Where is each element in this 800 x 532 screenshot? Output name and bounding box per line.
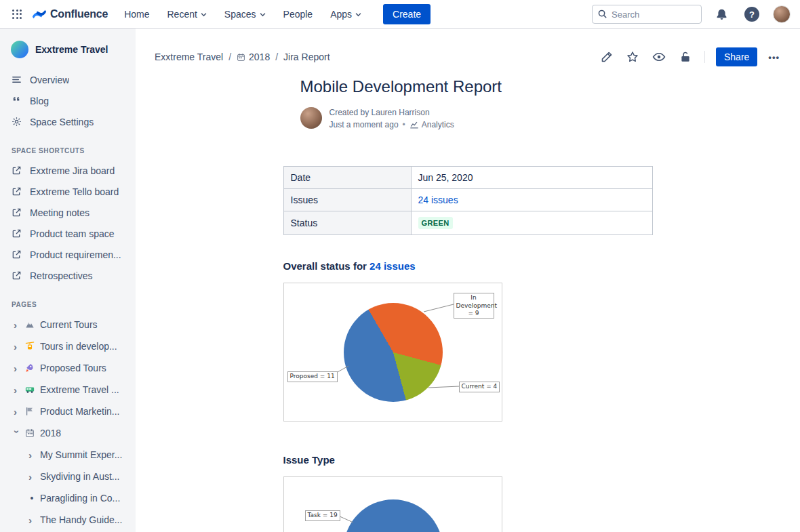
sidebar-page-my-summit-experience[interactable]: › My Summit Exper... [0, 444, 136, 466]
chevron-right-icon[interactable]: › [14, 320, 20, 330]
sidebar-page-exxtreme-travel[interactable]: › Exxtreme Travel ... [0, 379, 136, 401]
sidebar-page-skydiving-in-australia[interactable]: › Skydiving in Aust... [0, 466, 136, 487]
user-avatar[interactable] [773, 5, 791, 23]
chevron-down-icon[interactable]: › [12, 430, 22, 436]
issue-type-heading: Issue Type [283, 454, 653, 466]
issues-link[interactable]: 24 issues [369, 260, 416, 272]
external-link-icon [12, 207, 22, 218]
search-box [592, 5, 702, 24]
confluence-logo-text: Confluence [50, 8, 108, 20]
row-value-issues: 24 issues [411, 189, 652, 211]
sidebar-item-blog[interactable]: Blog [0, 90, 136, 111]
sidebar-page-2018[interactable]: › 2018 [0, 422, 136, 444]
sidebar-page-paragliding[interactable]: • Paragliding in Co... [0, 487, 136, 509]
sidebar-page-the-handy-guide[interactable]: › The Handy Guide... [0, 509, 136, 531]
analytics-icon [409, 120, 419, 129]
chevron-right-icon[interactable]: › [14, 342, 20, 352]
confluence-logo[interactable]: Confluence [32, 7, 108, 22]
breadcrumb-separator: / [228, 52, 231, 62]
analytics-link[interactable]: Analytics [409, 119, 454, 130]
nav-people[interactable]: People [283, 9, 313, 20]
van-icon [25, 385, 35, 394]
sidebar-page-tours-in-development[interactable]: › Tours in develop... [0, 335, 136, 357]
external-link-icon [12, 186, 22, 197]
space-name: Exxtreme Travel [35, 44, 108, 55]
top-navigation: Confluence Home Recent Spaces People App… [0, 0, 800, 28]
overall-status-pie-chart: In Development = 9 Proposed = 11 Current… [283, 283, 502, 422]
breadcrumb-space[interactable]: Exxtreme Travel [155, 52, 223, 62]
search-icon [597, 9, 607, 22]
rocket-icon [25, 363, 35, 373]
divider [704, 51, 705, 63]
table-row: Issues 24 issues [283, 189, 652, 211]
nav-recent[interactable]: Recent [167, 9, 206, 20]
sidebar-page-product-marketing[interactable]: › Product Marketin... [0, 401, 136, 422]
favourite-button[interactable] [624, 49, 641, 65]
last-modified: Just a moment ago [329, 119, 399, 130]
space-header[interactable]: Exxtreme Travel [0, 41, 136, 69]
breadcrumb: Exxtreme Travel / 2018 / Jira Report [155, 52, 330, 62]
sidebar-item-overview[interactable]: Overview [0, 69, 136, 90]
callout-task: Task = 19 [305, 510, 340, 520]
breadcrumb-page[interactable]: Jira Report [283, 52, 329, 62]
help-icon: ? [744, 7, 759, 22]
row-label-issues: Issues [283, 189, 411, 211]
row-value-status: GREEN [411, 211, 652, 235]
gear-icon [12, 117, 22, 127]
issues-link[interactable]: 24 issues [418, 195, 458, 205]
shortcut-meeting-notes[interactable]: Meeting notes [0, 202, 136, 223]
breadcrumb-2018[interactable]: 2018 [237, 52, 270, 62]
row-label-date: Date [283, 167, 411, 189]
nav-spaces[interactable]: Spaces [224, 9, 266, 20]
app-switcher-icon [12, 9, 22, 20]
page-actions: Share ••• [599, 47, 781, 66]
page-title: Mobile Development Report [300, 77, 653, 96]
sidebar-item-space-settings[interactable]: Space Settings [0, 111, 136, 132]
created-by[interactable]: Created by Lauren Harrison [329, 107, 454, 118]
chevron-right-icon[interactable]: › [28, 472, 35, 482]
callout-proposed: Proposed = 11 [287, 371, 338, 382]
search-input[interactable] [592, 5, 702, 24]
unlock-icon [679, 51, 692, 63]
confluence-logo-icon [32, 7, 47, 22]
nav-apps[interactable]: Apps [330, 9, 361, 20]
pages-header: PAGES [0, 286, 136, 314]
callout-current: Current = 4 [459, 382, 500, 392]
nav-home[interactable]: Home [124, 9, 149, 20]
shortcut-product-requirements[interactable]: Product requiremen... [0, 244, 136, 265]
chevron-right-icon[interactable]: › [28, 515, 35, 525]
report-info-table: Date Jun 25, 2020 Issues 24 issues Statu… [283, 166, 653, 235]
help-button[interactable]: ? [742, 4, 762, 24]
shortcut-exxtreme-jira-board[interactable]: Exxtreme Jira board [0, 160, 136, 181]
sidebar-page-proposed-tours[interactable]: › Proposed Tours [0, 357, 136, 379]
overview-icon [12, 75, 22, 85]
sidebar-page-current-tours[interactable]: › Current Tours [0, 314, 136, 335]
chevron-right-icon[interactable]: › [14, 385, 20, 395]
shortcut-retrospectives[interactable]: Retrospectives [0, 265, 136, 286]
bullet-icon: • [28, 493, 35, 504]
pie-chart [344, 499, 443, 532]
restrictions-button[interactable] [677, 49, 694, 65]
edit-button[interactable] [599, 49, 615, 65]
overall-status-heading: Overall status for 24 issues [283, 260, 653, 272]
more-actions-button[interactable]: ••• [767, 49, 781, 65]
watch-button[interactable] [650, 48, 668, 66]
cable-car-icon [25, 342, 35, 351]
shortcut-exxtreme-tello-board[interactable]: Exxtreme Tello board [0, 181, 136, 202]
share-button[interactable]: Share [716, 47, 757, 66]
app-switcher-button[interactable] [9, 7, 25, 22]
row-label-status: Status [283, 211, 411, 235]
edit-icon [601, 51, 613, 63]
pie-chart [344, 303, 443, 402]
star-icon [626, 51, 639, 63]
notifications-button[interactable] [713, 5, 731, 24]
chevron-right-icon[interactable]: › [14, 363, 20, 373]
shortcut-product-team-space[interactable]: Product team space [0, 223, 136, 244]
chevron-down-icon [355, 12, 361, 18]
author-avatar[interactable] [300, 107, 322, 129]
external-link-icon [12, 165, 22, 176]
create-button[interactable]: Create [383, 4, 431, 24]
calendar-icon [25, 428, 35, 438]
chevron-right-icon[interactable]: › [28, 450, 35, 460]
chevron-right-icon[interactable]: › [14, 407, 20, 417]
